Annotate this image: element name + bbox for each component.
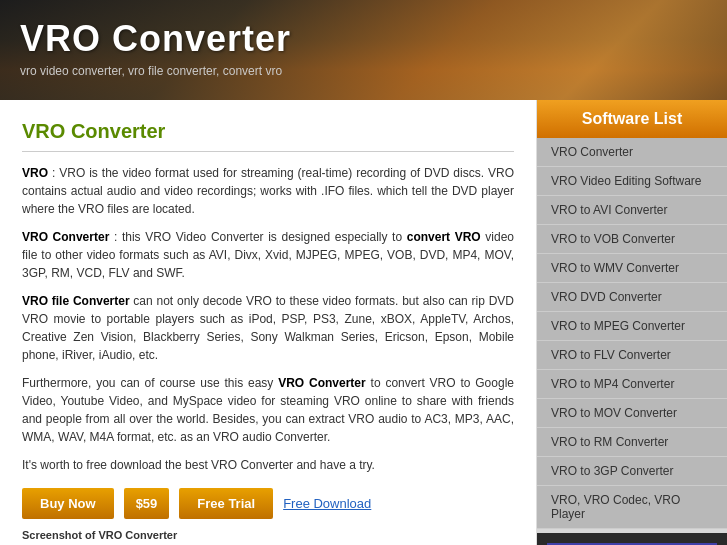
sidebar-item-vro-dvd[interactable]: VRO DVD Converter bbox=[537, 283, 727, 312]
vro-converter-highlight: VRO Converter bbox=[278, 376, 366, 390]
page-title: VRO Converter bbox=[22, 120, 514, 143]
main-container: VRO Converter VRO : VRO is the video for… bbox=[0, 100, 727, 545]
screenshot-label: Screenshot of VRO Converter bbox=[22, 529, 514, 541]
sidebar: Software List VRO Converter VRO Video Ed… bbox=[537, 100, 727, 545]
sidebar-item-vro-video-editing[interactable]: VRO Video Editing Software bbox=[537, 167, 727, 196]
sidebar-item-vro-converter[interactable]: VRO Converter bbox=[537, 138, 727, 167]
title-divider bbox=[22, 151, 514, 152]
site-title: VRO Converter bbox=[20, 18, 707, 60]
site-subtitle: vro video converter, vro file converter,… bbox=[20, 64, 707, 78]
header: VRO Converter vro video converter, vro f… bbox=[0, 0, 727, 100]
free-trial-button[interactable]: Free Trial bbox=[179, 488, 273, 519]
buy-now-button[interactable]: Buy Now bbox=[22, 488, 114, 519]
sidebar-item-vro-to-avi[interactable]: VRO to AVI Converter bbox=[537, 196, 727, 225]
content-body: VRO : VRO is the video format used for s… bbox=[22, 164, 514, 474]
vro-converter-label: VRO Converter bbox=[22, 230, 109, 244]
paragraph-3: VRO file Converter can not only decode V… bbox=[22, 292, 514, 364]
sidebar-item-vro-to-mov[interactable]: VRO to MOV Converter bbox=[537, 399, 727, 428]
vro-label-1: VRO bbox=[22, 166, 48, 180]
buttons-row: Buy Now $59 Free Trial Free Download bbox=[22, 488, 514, 519]
convert-vro-highlight: convert VRO bbox=[407, 230, 481, 244]
sidebar-header: Software List bbox=[537, 100, 727, 138]
vro-file-converter-label: VRO file Converter bbox=[22, 294, 130, 308]
price-button[interactable]: $59 bbox=[124, 488, 170, 519]
free-download-button[interactable]: Free Download bbox=[283, 496, 371, 511]
sidebar-ad: A AVS ▶ VIDEO CONVERTER bbox=[537, 533, 727, 545]
paragraph-2: VRO Converter : this VRO Video Converter… bbox=[22, 228, 514, 282]
sidebar-item-vro-to-vob[interactable]: VRO to VOB Converter bbox=[537, 225, 727, 254]
paragraph-5: It's worth to free download the best VRO… bbox=[22, 456, 514, 474]
sidebar-item-vro-to-rm[interactable]: VRO to RM Converter bbox=[537, 428, 727, 457]
sidebar-item-vro-to-flv[interactable]: VRO to FLV Converter bbox=[537, 341, 727, 370]
sidebar-item-vro-to-mp4[interactable]: VRO to MP4 Converter bbox=[537, 370, 727, 399]
content-area: VRO Converter VRO : VRO is the video for… bbox=[0, 100, 537, 545]
sidebar-item-vro-to-wmv[interactable]: VRO to WMV Converter bbox=[537, 254, 727, 283]
sidebar-item-vro-to-mpeg[interactable]: VRO to MPEG Converter bbox=[537, 312, 727, 341]
paragraph-4: Furthermore, you can of course use this … bbox=[22, 374, 514, 446]
sidebar-item-vro-to-3gp[interactable]: VRO to 3GP Converter bbox=[537, 457, 727, 486]
paragraph-1: VRO : VRO is the video format used for s… bbox=[22, 164, 514, 218]
sidebar-item-vro-codec[interactable]: VRO, VRO Codec, VRO Player bbox=[537, 486, 727, 529]
